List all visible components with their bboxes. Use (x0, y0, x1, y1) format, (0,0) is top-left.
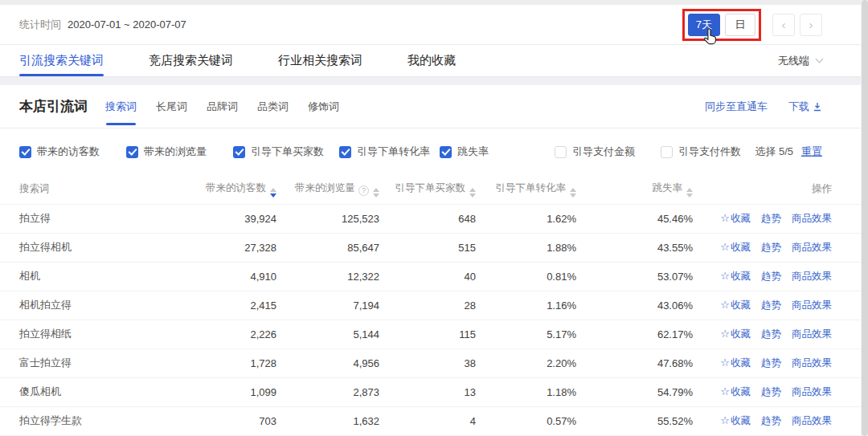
table-row: 富士拍立得1,7284,956382.20%47.68%☆收藏趋势商品效果 (0, 348, 868, 377)
product-effect-link[interactable]: 商品效果 (792, 271, 832, 282)
sort-icon[interactable] (373, 188, 379, 198)
keyword-cell: 相机 (0, 262, 187, 291)
main-tab-1[interactable]: 竞店搜索关键词 (149, 45, 233, 76)
main-tab-3[interactable]: 我的收藏 (407, 45, 456, 76)
favorite-link[interactable]: ☆收藏 (720, 357, 751, 369)
bounce-cell: 47.68% (579, 348, 696, 377)
trend-link[interactable]: 趋势 (761, 242, 781, 253)
checkbox-icon[interactable] (126, 146, 138, 158)
checkbox-icon[interactable] (19, 146, 31, 158)
views-cell: 1,632 (280, 406, 383, 435)
terminal-selector[interactable]: 无线端 (778, 45, 822, 76)
metric-filter-bar: 带来的访客数带来的浏览量引导下单买家数引导下单转化率跳失率引导支付金额引导支付件… (0, 128, 868, 175)
checkbox-icon[interactable] (339, 146, 351, 158)
word-subtab-1[interactable]: 长尾词 (154, 96, 189, 117)
favorite-link[interactable]: ☆收藏 (720, 213, 751, 224)
favorite-link[interactable]: ☆收藏 (720, 386, 751, 397)
conversion-cell: 1.88% (479, 233, 579, 262)
metric-filter-5[interactable]: 引导支付金额 (555, 145, 661, 159)
column-header-1[interactable]: 带来的访客数 (187, 175, 280, 204)
stat-time-range: 2020-07-01 ~ 2020-07-07 (68, 18, 186, 31)
product-effect-link[interactable]: 商品效果 (792, 299, 832, 311)
trend-link[interactable]: 趋势 (761, 213, 781, 224)
next-period-button[interactable]: › (800, 14, 822, 36)
trend-link[interactable]: 趋势 (761, 415, 781, 426)
metric-filters: 带来的访客数带来的浏览量引导下单买家数引导下单转化率跳失率引导支付金额引导支付件… (19, 145, 741, 159)
metric-filter-6[interactable]: 引导支付件数 (661, 145, 741, 159)
period-button-0[interactable]: 7天 (688, 14, 720, 36)
bounce-cell: 43.06% (579, 291, 696, 320)
visitors-cell: 703 (187, 406, 280, 435)
keyword-cell: 相机拍立得 (0, 291, 187, 320)
download-link[interactable]: 下载 (788, 100, 822, 114)
favorite-link[interactable]: ☆收藏 (720, 415, 751, 426)
favorite-link[interactable]: ☆收藏 (720, 299, 751, 311)
prev-period-button[interactable]: ‹ (772, 14, 795, 36)
trend-link[interactable]: 趋势 (761, 328, 781, 340)
trend-link[interactable]: 趋势 (761, 271, 781, 282)
column-header-4[interactable]: 引导下单转化率 (479, 175, 579, 204)
column-header-5[interactable]: 跳失率 (579, 175, 696, 204)
checkbox-icon[interactable] (661, 146, 673, 158)
main-tab-0[interactable]: 引流搜索关键词 (19, 45, 104, 76)
checkbox-icon[interactable] (440, 146, 452, 158)
metric-filter-0[interactable]: 带来的访客数 (19, 145, 126, 159)
sort-icon[interactable] (270, 188, 276, 198)
product-effect-link[interactable]: 商品效果 (792, 357, 832, 369)
metric-filter-3[interactable]: 引导下单转化率 (339, 145, 440, 159)
word-subtab-0[interactable]: 搜索词 (104, 96, 138, 117)
main-tab-2[interactable]: 行业相关搜索词 (278, 45, 362, 76)
conversion-cell: 2.20% (479, 348, 579, 377)
section-head: 本店引流词 搜索词长尾词品牌词品类词修饰词 同步至直通车 下载 (0, 85, 868, 128)
column-header-label: 搜索词 (19, 183, 50, 194)
keyword-cell: 拍立得相纸 (0, 320, 187, 348)
selection-count: 选择 5/5 (755, 145, 793, 159)
metric-filter-2[interactable]: 引导下单买家数 (233, 145, 339, 159)
trend-link[interactable]: 趋势 (761, 386, 781, 397)
buyers-cell: 115 (383, 320, 479, 348)
favorite-link[interactable]: ☆收藏 (720, 242, 751, 253)
main-tabs: 引流搜索关键词竞店搜索关键词行业相关搜索词我的收藏 (19, 45, 501, 76)
favorite-link[interactable]: ☆收藏 (720, 328, 751, 340)
section-links: 同步至直通车 下载 (705, 100, 822, 114)
visitors-cell: 39,924 (187, 204, 280, 233)
views-cell: 2,873 (280, 377, 383, 406)
chevron-down-icon (816, 55, 824, 63)
table-row: 傻瓜相机1,0992,873131.18%54.79%☆收藏趋势商品效果 (0, 377, 868, 406)
main-tab-bar: 引流搜索关键词竞店搜索关键词行业相关搜索词我的收藏 无线端 (0, 45, 868, 77)
checkbox-icon[interactable] (233, 146, 245, 158)
word-subtab-2[interactable]: 品牌词 (205, 96, 240, 117)
scrollbar-thumb[interactable] (862, 0, 868, 436)
sort-desc-caret (686, 194, 693, 198)
sort-icon[interactable] (469, 188, 476, 198)
checkbox-icon[interactable] (555, 146, 567, 158)
scrollbar-track[interactable] (861, 0, 868, 436)
star-icon: ☆ (720, 212, 730, 224)
table-row: 相机4,91012,322400.81%53.07%☆收藏趋势商品效果 (0, 262, 868, 291)
sort-asc-caret (686, 188, 693, 192)
sort-desc-caret (373, 194, 379, 198)
metric-filter-label: 引导支付件数 (678, 145, 741, 159)
favorite-link[interactable]: ☆收藏 (720, 271, 751, 282)
metric-filter-1[interactable]: 带来的浏览量 (126, 145, 233, 159)
filter-selection: 选择 5/5 重置 (755, 145, 822, 159)
trend-link[interactable]: 趋势 (761, 357, 781, 369)
product-effect-link[interactable]: 商品效果 (792, 415, 832, 426)
column-header-label: 引导下单转化率 (496, 182, 567, 194)
metric-filter-4[interactable]: 跳失率 (440, 145, 555, 159)
sort-icon[interactable] (686, 188, 693, 198)
column-header-2[interactable]: 带来的浏览量 (280, 175, 383, 204)
table-row: 拍立得39,924125,5236481.62%45.46%☆收藏趋势商品效果 (0, 204, 868, 233)
word-subtab-3[interactable]: 品类词 (256, 96, 290, 117)
product-effect-link[interactable]: 商品效果 (792, 328, 832, 340)
product-effect-link[interactable]: 商品效果 (792, 242, 832, 253)
product-effect-link[interactable]: 商品效果 (792, 386, 832, 397)
product-effect-link[interactable]: 商品效果 (792, 213, 832, 224)
sync-to-ztc-link[interactable]: 同步至直通车 (705, 100, 768, 114)
reset-link[interactable]: 重置 (801, 145, 822, 159)
period-button-1[interactable]: 日 (725, 14, 755, 36)
trend-link[interactable]: 趋势 (761, 299, 781, 311)
sort-icon[interactable] (570, 188, 576, 198)
column-header-3[interactable]: 引导下单买家数 (383, 175, 479, 204)
word-subtab-4[interactable]: 修饰词 (306, 96, 341, 117)
